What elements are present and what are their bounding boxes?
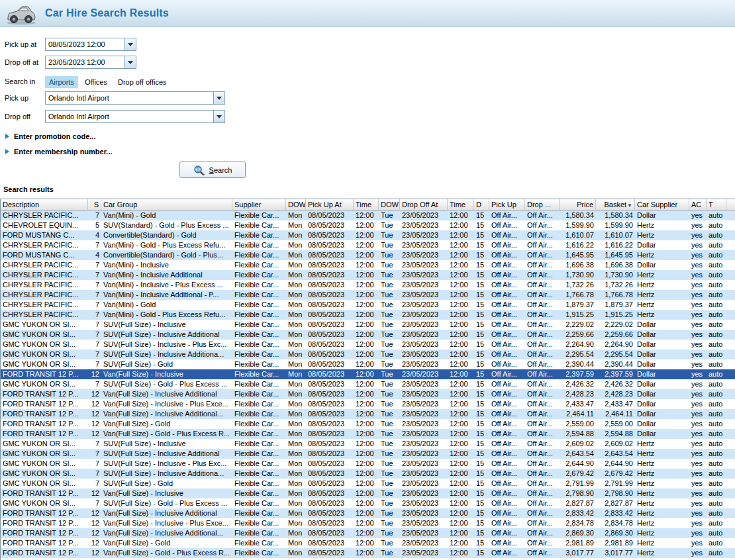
result-row[interactable]: CHRYSLER PACIFIC...7Van(Mini) - Gold - P…: [1, 310, 735, 320]
cell-pick_time: 12:00: [354, 280, 379, 290]
cell-car_supplier: Dollar: [635, 419, 689, 429]
result-row[interactable]: GMC YUKON OR SI...7SUV(Full Size) - Incl…: [1, 469, 735, 479]
cell-filler: [726, 498, 735, 508]
tab-offices[interactable]: Offices: [81, 76, 111, 88]
membership-number-expander[interactable]: Enter membership number...: [5, 147, 113, 156]
result-row[interactable]: FORD MUSTANG C...4Convertible(Standard) …: [1, 230, 735, 240]
cell-days: 15: [474, 489, 489, 498]
promotion-code-expander[interactable]: Enter promotion code...: [5, 132, 95, 141]
result-row[interactable]: CHRYSLER PACIFIC...7Van(Mini) - Inclusiv…: [1, 260, 735, 270]
column-header-basket[interactable]: Basket▼: [596, 199, 635, 210]
result-row[interactable]: GMC YUKON OR SI...7SUV(Full Size) - Incl…: [1, 350, 735, 359]
result-row[interactable]: FORD TRANSIT 12 P...12Van(Full Size) - G…: [1, 429, 735, 439]
cell-desc: GMC YUKON OR SI...: [1, 350, 88, 359]
column-header-supplier[interactable]: Supplier: [232, 199, 286, 210]
cell-desc: CHRYSLER PACIFIC...: [1, 280, 88, 290]
result-row[interactable]: CHRYSLER PACIFIC...7Van(Mini) - Inclusiv…: [1, 280, 735, 290]
column-header-dropoff_at[interactable]: Drop Off At: [400, 199, 448, 210]
cell-pickup_at: 08/05/2023: [306, 330, 354, 340]
cell-dow_pick: Mon: [286, 270, 306, 280]
result-row[interactable]: GMC YUKON OR SI...7SUV(Full Size) - Incl…: [1, 439, 735, 449]
result-row[interactable]: FORD TRANSIT 12 P...12Van(Full Size) - I…: [1, 528, 735, 538]
column-header-t[interactable]: T: [707, 199, 726, 210]
result-row[interactable]: FORD TRANSIT 12 P...12Van(Full Size) - G…: [1, 538, 735, 548]
cell-pick_time: 12:00: [354, 240, 379, 250]
column-header-drop_time[interactable]: Time: [448, 199, 474, 210]
results-header-row: DescriptionSCar GroupSupplierDOWPick Up …: [1, 199, 735, 210]
result-row[interactable]: GMC YUKON OR SI...7SUV(Full Size) - Incl…: [1, 449, 735, 459]
cell-pickup_at: 08/05/2023: [306, 210, 354, 220]
result-row[interactable]: CHRYSLER PACIFIC...7Van(Mini) - GoldFlex…: [1, 300, 735, 310]
result-row[interactable]: FORD TRANSIT 12 P...12Van(Full Size) - I…: [1, 389, 735, 399]
column-header-dow_pick[interactable]: DOW: [286, 199, 306, 210]
cell-drop_loc: Off Air...: [525, 548, 560, 558]
result-row[interactable]: FORD TRANSIT 12 P...12Van(Full Size) - G…: [1, 419, 735, 429]
column-header-days[interactable]: D: [474, 199, 489, 210]
cell-dropoff_at: 23/05/2023: [400, 369, 448, 379]
cell-car_supplier: Hertz: [635, 508, 689, 518]
pickup-location-dropdown-arrow-icon[interactable]: [213, 92, 224, 104]
result-row-selected[interactable]: FORD TRANSIT 12 P...12Van(Full Size) - I…: [1, 369, 735, 379]
column-header-desc[interactable]: Description: [1, 199, 88, 210]
result-row[interactable]: FORD MUSTANG C...4Convertible(Standard) …: [1, 250, 735, 260]
result-row[interactable]: GMC YUKON OR SI...7SUV(Full Size) - Gold…: [1, 498, 735, 508]
cell-price: 2,428.23: [560, 389, 596, 399]
result-row[interactable]: CHRYSLER PACIFIC...7Van(Mini) - Inclusiv…: [1, 270, 735, 280]
result-row[interactable]: GMC YUKON OR SI...7SUV(Full Size) - Incl…: [1, 340, 735, 350]
column-header-pickup_at[interactable]: Pick Up At: [306, 199, 354, 210]
dropoff-location-combobox[interactable]: Orlando Intl Airport: [45, 110, 225, 123]
cell-pickup_at: 08/05/2023: [306, 469, 354, 479]
cell-pickup_loc: Off Air...: [489, 290, 525, 300]
cell-dow_drop: Tue: [379, 439, 400, 449]
cell-desc: GMC YUKON OR SI...: [1, 340, 88, 350]
dropoff-at-combobox[interactable]: 23/05/2023 12:00: [45, 56, 136, 69]
cell-desc: GMC YUKON OR SI...: [1, 439, 88, 449]
result-row[interactable]: CHRYSLER PACIFIC...7Van(Mini) - Inclusiv…: [1, 290, 735, 300]
result-row[interactable]: GMC YUKON OR SI...7SUV(Full Size) - Gold…: [1, 479, 735, 489]
column-header-pick_time[interactable]: Time: [354, 199, 379, 210]
result-row[interactable]: FORD TRANSIT 12 P...12Van(Full Size) - G…: [1, 548, 735, 558]
cell-ac: yes: [689, 230, 707, 240]
column-header-ac[interactable]: AC: [689, 199, 707, 210]
cell-supplier: Flexible Car...: [232, 528, 286, 538]
tab-drop-off-offices[interactable]: Drop off offices: [114, 76, 171, 88]
result-row[interactable]: FORD TRANSIT 12 P...12Van(Full Size) - I…: [1, 518, 735, 528]
cell-pickup_loc: Off Air...: [489, 280, 525, 290]
column-header-price[interactable]: Price: [560, 199, 596, 210]
cell-supplier: Flexible Car...: [232, 220, 286, 230]
cell-drop_loc: Off Air...: [525, 320, 560, 330]
result-row[interactable]: CHEVROLET EQUIN...5SUV(Standard) - Gold …: [1, 220, 735, 230]
dropoff-location-dropdown-arrow-icon[interactable]: [213, 111, 224, 122]
result-row[interactable]: GMC YUKON OR SI...7SUV(Full Size) - Incl…: [1, 459, 735, 469]
result-row[interactable]: CHRYSLER PACIFIC...7Van(Mini) - Gold - P…: [1, 240, 735, 250]
cell-car_supplier: Dollar: [635, 240, 689, 250]
cell-ac: yes: [689, 518, 707, 528]
tab-airports[interactable]: Airports: [45, 76, 78, 88]
result-row[interactable]: FORD TRANSIT 12 P...12Van(Full Size) - I…: [1, 409, 735, 419]
column-header-group[interactable]: Car Group: [101, 199, 232, 210]
column-header-car_supplier[interactable]: Car Supplier: [635, 199, 689, 210]
pickup-at-combobox[interactable]: 08/05/2023 12:00: [45, 38, 136, 51]
pickup-at-dropdown-arrow-icon[interactable]: [124, 38, 136, 50]
column-header-seats[interactable]: S: [88, 199, 101, 210]
column-header-pickup_loc[interactable]: Pick Up: [489, 199, 525, 210]
cell-seats: 7: [88, 210, 101, 220]
result-row[interactable]: FORD TRANSIT 12 P...12Van(Full Size) - I…: [1, 489, 735, 498]
result-row[interactable]: FORD TRANSIT 12 P...12Van(Full Size) - I…: [1, 399, 735, 409]
result-row[interactable]: CHRYSLER PACIFIC...7Van(Mini) - GoldFlex…: [1, 210, 735, 220]
cell-t: auto: [707, 469, 726, 479]
cell-days: 15: [474, 369, 489, 379]
result-row[interactable]: FORD TRANSIT 12 P...12Van(Full Size) - I…: [1, 508, 735, 518]
cell-drop_time: 12:00: [448, 429, 474, 439]
result-row[interactable]: GMC YUKON OR SI...7SUV(Full Size) - Gold…: [1, 379, 735, 389]
result-row[interactable]: GMC YUKON OR SI...7SUV(Full Size) - Gold…: [1, 359, 735, 369]
dropoff-at-dropdown-arrow-icon[interactable]: [124, 56, 136, 68]
column-header-drop_loc[interactable]: Drop ...: [525, 199, 560, 210]
cell-seats: 7: [88, 379, 101, 389]
column-header-dow_drop[interactable]: DOW: [379, 199, 400, 210]
result-row[interactable]: GMC YUKON OR SI...7SUV(Full Size) - Incl…: [1, 320, 735, 330]
cell-supplier: Flexible Car...: [232, 359, 286, 369]
pickup-location-combobox[interactable]: Orlando Intl Airport: [45, 91, 225, 105]
search-button[interactable]: Search: [179, 162, 246, 178]
result-row[interactable]: GMC YUKON OR SI...7SUV(Full Size) - Incl…: [1, 330, 735, 340]
